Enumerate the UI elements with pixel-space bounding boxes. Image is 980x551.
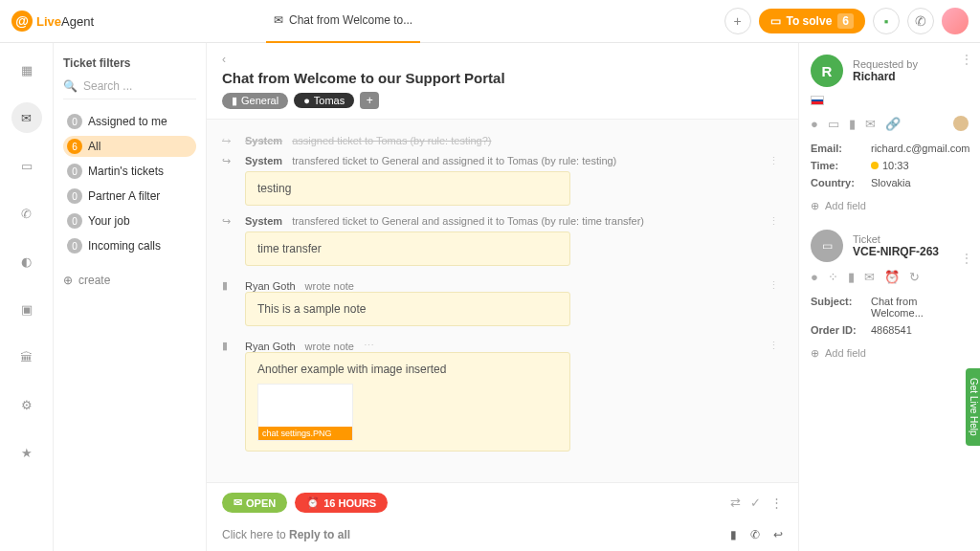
filter-item-assigned[interactable]: 0Assigned to me (63, 111, 196, 132)
person-icon: ● (303, 95, 310, 106)
note-box: testing (245, 171, 570, 206)
tag-add-button[interactable]: + (360, 92, 379, 109)
add-field-button[interactable]: ⊕Add field (811, 200, 969, 212)
alarm-icon[interactable]: ⏰ (884, 270, 900, 284)
status-dot (871, 162, 879, 169)
ticket-block[interactable]: ▭ Ticket VCE-NIRQF-263 (811, 230, 969, 262)
arrow-icon: ↪ (222, 155, 235, 167)
logo-icon: @ (11, 11, 33, 32)
folder-icon[interactable]: ▮ (849, 117, 856, 131)
row-menu[interactable]: ⋮ (765, 279, 783, 292)
create-filter[interactable]: ⊕ create (63, 274, 196, 287)
flag-icon (811, 96, 824, 105)
logo[interactable]: @ LiveAgent (11, 11, 94, 32)
solve-count: 6 (837, 13, 854, 29)
requester-name: Richard (853, 70, 918, 83)
top-bar: @ LiveAgent ✉ Chat from Welcome to... + … (0, 0, 980, 43)
filter-item-incoming[interactable]: 0Incoming calls (63, 235, 196, 256)
tag-assignee[interactable]: ●Tomas (294, 93, 354, 108)
nav-mail-icon[interactable]: ✉ (11, 102, 42, 133)
envelope-icon: ✉ (274, 13, 283, 27)
nav-contacts-icon[interactable]: ▣ (11, 294, 42, 324)
link-icon[interactable]: 🔗 (885, 117, 901, 131)
chat-icon: ▭ (770, 14, 781, 28)
requester-avatar: R (811, 55, 843, 87)
folder-icon: ▮ (232, 95, 237, 107)
window-icon[interactable]: ▭ (828, 117, 839, 131)
note-icon: ▮ (222, 340, 235, 352)
filters-search[interactable]: 🔍 Search ... (63, 79, 196, 99)
call-button[interactable]: ✆ (907, 8, 934, 34)
folder-icon[interactable]: ▮ (848, 270, 855, 284)
plus-circle-icon: ⊕ (63, 274, 73, 287)
mail-icon[interactable]: ✉ (864, 270, 875, 284)
arrow-icon: ↪ (222, 215, 235, 228)
nav-loading-icon[interactable]: ◐ (11, 246, 42, 276)
back-button[interactable]: ‹ (222, 53, 783, 66)
filter-item-partner[interactable]: 0Partner A filter (63, 186, 196, 207)
reply-icon[interactable]: ↩ (773, 528, 783, 541)
to-solve-pill[interactable]: ▭ To solve 6 (759, 9, 865, 33)
nav-settings-icon[interactable]: ⚙ (11, 389, 42, 420)
tag-department[interactable]: ▮General (222, 93, 288, 109)
attachment-thumb[interactable]: chat settings.PNG (257, 384, 353, 441)
search-placeholder: Search ... (83, 79, 132, 93)
arrow-icon: ↪ (222, 135, 235, 147)
note-icon[interactable]: ▮ (730, 528, 737, 541)
more-icon[interactable]: ⋮ (770, 496, 783, 510)
call-icon[interactable]: ✆ (750, 528, 760, 541)
image-note-box: Another example with image inserted chat… (245, 352, 570, 452)
envelope-icon: ✉ (234, 496, 242, 509)
search-icon: 🔍 (63, 79, 78, 93)
filter-item-martins[interactable]: 0Martin's tickets (63, 161, 196, 182)
note-row: ▮Ryan Gothwrote note⋮ (222, 279, 783, 292)
status-open-pill[interactable]: ✉OPEN (222, 493, 287, 513)
add-field-button[interactable]: ⊕Add field (811, 347, 969, 360)
nav-bank-icon[interactable]: 🏛 (11, 342, 42, 372)
add-button[interactable]: + (724, 8, 751, 34)
resolve-icon[interactable]: ✓ (750, 496, 761, 510)
person-icon[interactable]: ● (811, 270, 818, 284)
requester-label: Requested by (853, 58, 918, 70)
nav-dashboard-icon[interactable]: ▦ (11, 55, 42, 85)
note-icon: ▮ (222, 279, 235, 292)
requester-info: Email:richard.c@gmail.com Time:10:33 Cou… (811, 143, 969, 188)
nav-chat-icon[interactable]: ▭ (11, 150, 42, 181)
tab-label: Chat from Welcome to... (289, 13, 412, 27)
nav-call-icon[interactable]: ✆ (11, 198, 42, 229)
note-row: ▮Ryan Gothwrote note⋯⋮ (222, 340, 783, 352)
row-menu[interactable]: ⋮ (765, 340, 783, 352)
plus-icon: ⊕ (811, 347, 819, 360)
group-icon[interactable]: ⁘ (828, 270, 838, 284)
chat-status-button[interactable]: ▪ (873, 8, 900, 34)
clock-icon: ⏰ (306, 496, 320, 509)
note-box: time transfer (245, 231, 570, 266)
agent-avatar[interactable] (953, 116, 969, 131)
note-box: This is a sample note (245, 292, 570, 326)
row-menu[interactable]: ⋮ (765, 155, 783, 167)
sla-pill[interactable]: ⏰16 HOURS (295, 493, 388, 513)
chat-bubble-icon: ▭ (811, 230, 843, 262)
transfer-icon[interactable]: ⇄ (730, 496, 741, 510)
mail-icon[interactable]: ✉ (865, 117, 876, 131)
reply-input[interactable]: Click here to Reply to all ▮ ✆ ↩ (222, 528, 783, 541)
requester-block[interactable]: R Requested by Richard (811, 55, 969, 87)
left-nav: ▦ ✉ ▭ ✆ ◐ ▣ 🏛 ⚙ ★ (0, 43, 54, 551)
reply-bar: ✉OPEN ⏰16 HOURS ⇄ ✓ ⋮ Click here to Repl… (207, 482, 798, 551)
sidebar-menu[interactable]: ⋮ (961, 53, 972, 66)
row-menu[interactable]: ⋮ (765, 215, 783, 228)
history-icon[interactable]: ↻ (909, 270, 920, 284)
person-icon[interactable]: ● (811, 117, 818, 131)
ticket-info: Subject:Chat from Welcome... Order ID:48… (811, 296, 969, 336)
ticket-filters-panel: Ticket filters 🔍 Search ... 0Assigned to… (54, 43, 207, 551)
ticket-header: ‹ Chat from Welcome to our Support Porta… (207, 43, 798, 120)
active-tab[interactable]: ✉ Chat from Welcome to... (266, 0, 420, 43)
nav-star-icon[interactable]: ★ (11, 437, 42, 468)
ticket-menu[interactable]: ⋮ (961, 252, 972, 265)
filter-item-yourjob[interactable]: 0Your job (63, 210, 196, 231)
user-avatar[interactable] (942, 8, 969, 34)
filter-item-all[interactable]: 6All (63, 136, 196, 157)
ticket-thread[interactable]: ↪Systemassigned ticket to Tomas (by rule… (207, 120, 798, 482)
system-row: ↪Systemassigned ticket to Tomas (by rule… (222, 135, 783, 147)
live-help-tab[interactable]: Get Live Help (966, 368, 980, 446)
